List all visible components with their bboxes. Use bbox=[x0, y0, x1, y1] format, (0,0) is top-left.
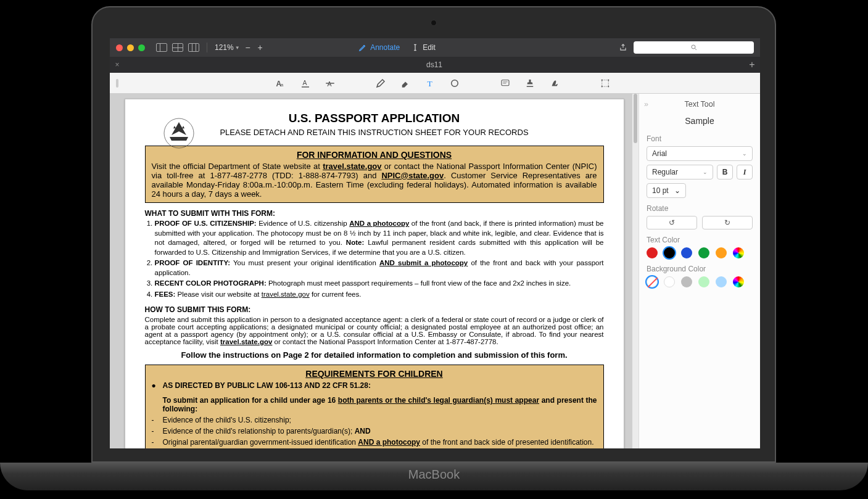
macbook-label: MacBook bbox=[408, 468, 460, 482]
signature-tool-icon[interactable] bbox=[549, 78, 560, 89]
font-style-select[interactable]: Regular ⌄ bbox=[647, 165, 713, 179]
svg-rect-10 bbox=[602, 80, 609, 86]
text-color-swatches bbox=[647, 247, 753, 258]
children-requirements-box: REQUIREMENTS FOR CHILDREN ●AS DIRECTED B… bbox=[145, 365, 604, 448]
titlebar: 121% ▼ − + Annotate Edit bbox=[110, 38, 760, 57]
color-swatch[interactable] bbox=[698, 276, 709, 287]
pencil-icon bbox=[358, 43, 367, 52]
what-to-submit-heading: WHAT TO SUBMIT WITH THIS FORM: bbox=[145, 209, 604, 218]
color-swatch[interactable] bbox=[664, 247, 675, 258]
eraser-tool-icon[interactable] bbox=[400, 78, 411, 89]
contact-sheet-icon[interactable] bbox=[188, 43, 199, 52]
document-title: U.S. PASSPORT APPLICATION bbox=[145, 112, 604, 125]
tab-title[interactable]: ds11 bbox=[125, 60, 744, 69]
chevron-down-icon: ⌄ bbox=[742, 151, 747, 157]
sample-preview: Sample bbox=[647, 116, 753, 126]
search-icon bbox=[690, 44, 698, 51]
how-to-submit-body: Complete and submit this application in … bbox=[145, 316, 604, 345]
pdf-page: U.S. PASSPORT APPLICATION PLEASE DETACH … bbox=[125, 99, 624, 448]
color-swatch[interactable] bbox=[716, 247, 727, 258]
shape-tool-icon[interactable] bbox=[449, 78, 460, 89]
bold-button[interactable]: B bbox=[717, 165, 733, 179]
document-subtitle: PLEASE DETACH AND RETAIN THIS INSTRUCTIO… bbox=[145, 128, 604, 137]
children-heading: REQUIREMENTS FOR CHILDREN bbox=[152, 369, 597, 379]
inspector-panel: » Text Tool Sample Font Arial ⌄ Regular … bbox=[639, 94, 760, 448]
mode-switcher: Annotate Edit bbox=[358, 43, 436, 52]
zoom-out-button[interactable]: − bbox=[244, 43, 252, 52]
svg-point-14 bbox=[608, 86, 609, 87]
chevron-down-icon: ⌄ bbox=[703, 169, 708, 175]
svg-text:T: T bbox=[428, 78, 433, 88]
color-swatch[interactable] bbox=[733, 247, 744, 258]
rotate-cw-button[interactable]: ↻ bbox=[702, 216, 753, 229]
camera-icon bbox=[431, 20, 437, 26]
color-swatch[interactable] bbox=[664, 276, 675, 287]
info-body: Visit the official Department of State w… bbox=[152, 162, 597, 199]
requirements-list: PROOF OF U.S. CITIZENSHIP: Evidence of U… bbox=[145, 219, 604, 299]
text-cursor-icon bbox=[411, 43, 420, 52]
color-swatch[interactable] bbox=[647, 276, 658, 287]
main-area: U.S. PASSPORT APPLICATION PLEASE DETACH … bbox=[110, 94, 760, 448]
svg-point-13 bbox=[601, 86, 603, 87]
minimize-window-button[interactable] bbox=[127, 44, 134, 51]
collapse-inspector-icon[interactable]: » bbox=[644, 100, 648, 109]
svg-text:A: A bbox=[303, 79, 307, 86]
crop-tool-icon[interactable] bbox=[600, 78, 611, 89]
tab-bar: × ds11 + bbox=[110, 57, 760, 73]
svg-point-12 bbox=[608, 79, 609, 80]
text-style-icon[interactable]: Aa bbox=[275, 78, 286, 89]
sidebar-toggle-icon[interactable] bbox=[156, 43, 167, 52]
svg-point-11 bbox=[601, 79, 603, 80]
grip-icon[interactable] bbox=[116, 79, 118, 88]
info-box: FOR INFORMATION AND QUESTIONS Visit the … bbox=[145, 146, 604, 203]
svg-point-8 bbox=[452, 80, 458, 86]
color-swatch[interactable] bbox=[716, 276, 727, 287]
font-size-select[interactable]: 10 pt ⌄ bbox=[647, 183, 686, 198]
window-controls bbox=[116, 44, 145, 51]
tab-close-button[interactable]: × bbox=[110, 60, 125, 69]
thumbnail-view-icon[interactable] bbox=[172, 43, 183, 52]
zoom-controls: 121% ▼ − + bbox=[215, 43, 265, 52]
color-swatch[interactable] bbox=[647, 247, 658, 258]
follow-instructions-note: Follow the instructions on Page 2 for de… bbox=[145, 350, 604, 360]
text-tool-icon[interactable]: T bbox=[424, 78, 436, 89]
color-swatch[interactable] bbox=[681, 247, 692, 258]
chevron-down-icon: ⌄ bbox=[674, 186, 680, 195]
note-tool-icon[interactable] bbox=[500, 78, 511, 89]
vertical-scrollbar[interactable] bbox=[632, 94, 639, 448]
zoom-value: 121% bbox=[215, 43, 234, 52]
italic-button[interactable]: I bbox=[737, 165, 753, 179]
fullscreen-window-button[interactable] bbox=[138, 44, 145, 51]
text-color-label: Text Color bbox=[647, 236, 760, 244]
strikethrough-icon[interactable]: A bbox=[324, 78, 336, 89]
list-item: FEES: Please visit our website at travel… bbox=[155, 290, 604, 300]
macbook-frame: 121% ▼ − + Annotate Edit bbox=[91, 6, 776, 463]
new-tab-button[interactable]: + bbox=[744, 57, 760, 73]
list-item: PROOF OF U.S. CITIZENSHIP: Evidence of U… bbox=[155, 219, 604, 257]
rotate-label: Rotate bbox=[647, 204, 760, 213]
bg-color-label: Background Color bbox=[647, 265, 760, 273]
share-icon[interactable] bbox=[619, 43, 627, 52]
zoom-select[interactable]: 121% ▼ bbox=[215, 43, 240, 52]
app-window: 121% ▼ − + Annotate Edit bbox=[110, 38, 760, 448]
svg-rect-9 bbox=[502, 80, 509, 85]
rotate-ccw-button[interactable]: ↺ bbox=[647, 216, 697, 229]
color-swatch[interactable] bbox=[698, 247, 709, 258]
color-swatch[interactable] bbox=[733, 276, 744, 287]
bg-color-swatches bbox=[647, 276, 753, 287]
document-viewport[interactable]: U.S. PASSPORT APPLICATION PLEASE DETACH … bbox=[110, 94, 639, 448]
stamp-tool-icon[interactable] bbox=[524, 78, 535, 89]
search-input[interactable] bbox=[634, 41, 754, 54]
underline-icon[interactable]: A bbox=[300, 78, 311, 89]
pencil-tool-icon[interactable] bbox=[375, 78, 386, 89]
inspector-title: Text Tool bbox=[684, 100, 714, 109]
list-item: RECENT COLOR PHOTOGRAPH: Photograph must… bbox=[155, 279, 604, 289]
edit-mode-button[interactable]: Edit bbox=[411, 43, 436, 52]
annotate-mode-button[interactable]: Annotate bbox=[358, 43, 400, 52]
zoom-in-button[interactable]: + bbox=[256, 43, 265, 52]
font-family-select[interactable]: Arial ⌄ bbox=[647, 146, 753, 161]
font-label: Font bbox=[647, 134, 760, 143]
us-seal-icon bbox=[157, 112, 200, 155]
color-swatch[interactable] bbox=[681, 276, 692, 287]
close-window-button[interactable] bbox=[116, 44, 123, 51]
